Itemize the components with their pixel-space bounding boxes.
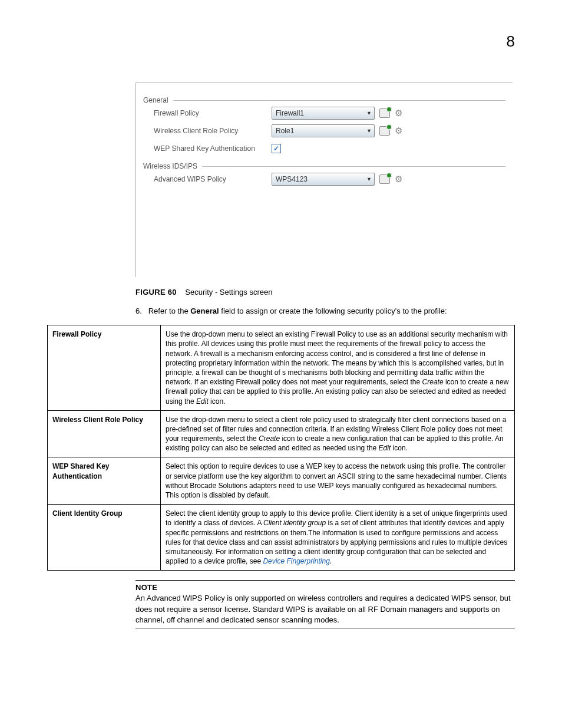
page-number: 8 bbox=[507, 32, 515, 51]
note-rule-top bbox=[135, 580, 515, 581]
gear-icon[interactable] bbox=[394, 126, 404, 136]
advanced-wips-value: WPS4123 bbox=[276, 175, 308, 183]
italic-text: Edit bbox=[379, 444, 391, 452]
note-body: An Advanced WIPS Policy is only supporte… bbox=[135, 593, 515, 625]
wep-shared-key-checkbox[interactable] bbox=[272, 144, 281, 153]
create-icon[interactable] bbox=[379, 108, 390, 118]
description-table: Firewall Policy Use the drop-down menu t… bbox=[47, 325, 515, 571]
step-6: 6. Refer to the General field to assign … bbox=[135, 306, 509, 317]
table-row: Client Identity Group Select the client … bbox=[48, 505, 515, 571]
chevron-down-icon: ▼ bbox=[366, 110, 372, 116]
table-row: Wireless Client Role Policy Use the drop… bbox=[48, 410, 515, 457]
wireless-client-role-label: Wireless Client Role Policy bbox=[154, 127, 272, 135]
note-block: NOTE An Advanced WIPS Policy is only sup… bbox=[135, 580, 515, 628]
italic-text: Edit bbox=[196, 397, 209, 406]
create-icon[interactable] bbox=[379, 174, 390, 184]
create-icon[interactable] bbox=[379, 126, 390, 136]
step-lead: Refer to the bbox=[148, 307, 191, 315]
italic-text: Create bbox=[422, 378, 444, 386]
gear-icon[interactable] bbox=[394, 108, 404, 118]
figure-caption: FIGURE 60 Security - Settings screen bbox=[135, 288, 515, 297]
row-body: Use the drop-down menu to select a clien… bbox=[161, 410, 515, 457]
figure-label: FIGURE 60 bbox=[135, 288, 177, 297]
wep-shared-key-label: WEP Shared Key Authentication bbox=[154, 144, 272, 153]
row-header: Firewall Policy bbox=[48, 325, 161, 411]
text: icon. bbox=[209, 397, 226, 406]
italic-text: Client identity group bbox=[263, 519, 326, 527]
table-row: WEP Shared Key Authentication Select thi… bbox=[48, 457, 515, 505]
chevron-down-icon: ▼ bbox=[366, 128, 372, 134]
general-section: General Firewall Policy Firewall1 ▼ Wire… bbox=[143, 96, 505, 157]
firewall-policy-row: Firewall Policy Firewall1 ▼ bbox=[154, 104, 505, 122]
row-body: Use the drop-down menu to select an exis… bbox=[161, 325, 515, 411]
firewall-policy-select[interactable]: Firewall1 ▼ bbox=[272, 107, 375, 120]
row-header: Client Identity Group bbox=[48, 505, 161, 571]
general-legend: General bbox=[143, 96, 173, 104]
wireless-ids-ips-legend: Wireless IDS/IPS bbox=[143, 162, 202, 170]
advanced-wips-label: Advanced WIPS Policy bbox=[154, 175, 272, 183]
wireless-ids-ips-section: Wireless IDS/IPS Advanced WIPS Policy WP… bbox=[143, 162, 505, 188]
text: icon. bbox=[391, 444, 408, 452]
device-fingerprinting-link[interactable]: Device Fingerprinting bbox=[263, 557, 329, 565]
note-rule-bottom bbox=[135, 628, 515, 628]
firewall-policy-value: Firewall1 bbox=[276, 109, 304, 117]
italic-text: Create bbox=[259, 434, 280, 443]
row-body: Select the client identity group to appl… bbox=[161, 505, 515, 571]
row-header: WEP Shared Key Authentication bbox=[48, 457, 161, 505]
wireless-client-role-value: Role1 bbox=[276, 127, 294, 135]
security-settings-screenshot: General Firewall Policy Firewall1 ▼ Wire… bbox=[135, 83, 513, 277]
wireless-client-role-select[interactable]: Role1 ▼ bbox=[272, 124, 375, 137]
row-body: Select this option to require devices to… bbox=[161, 457, 515, 505]
note-title: NOTE bbox=[135, 583, 515, 592]
gear-icon[interactable] bbox=[394, 174, 404, 185]
wep-shared-key-row: WEP Shared Key Authentication bbox=[154, 140, 505, 157]
wireless-client-role-row: Wireless Client Role Policy Role1 ▼ bbox=[154, 122, 505, 140]
advanced-wips-select[interactable]: WPS4123 ▼ bbox=[272, 173, 375, 186]
advanced-wips-row: Advanced WIPS Policy WPS4123 ▼ bbox=[154, 170, 505, 188]
chevron-down-icon: ▼ bbox=[366, 176, 372, 182]
step-bold: General bbox=[190, 307, 219, 315]
step-number: 6. bbox=[135, 307, 142, 315]
text: . bbox=[330, 557, 332, 565]
figure-text: Security - Settings screen bbox=[185, 288, 272, 297]
row-header: Wireless Client Role Policy bbox=[48, 410, 161, 457]
step-tail: field to assign or create the following … bbox=[219, 307, 447, 315]
firewall-policy-label: Firewall Policy bbox=[154, 109, 272, 117]
table-row: Firewall Policy Use the drop-down menu t… bbox=[48, 325, 515, 411]
